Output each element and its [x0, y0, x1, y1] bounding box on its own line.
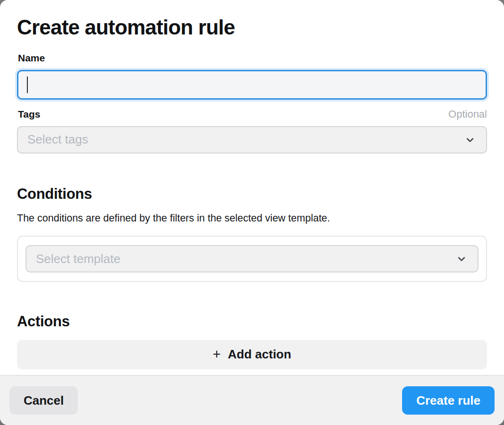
dialog-title: Create automation rule: [17, 16, 487, 39]
conditions-panel: Select template: [17, 236, 487, 282]
template-select[interactable]: Select template: [25, 245, 479, 272]
conditions-description: The conditions are defined by the filter…: [17, 212, 487, 225]
plus-icon: +: [213, 348, 221, 361]
chevron-down-icon: [463, 133, 477, 146]
name-input[interactable]: [17, 70, 487, 100]
dialog-body: Create automation rule Name Tags Optiona…: [0, 0, 504, 375]
name-input-wrap: [17, 70, 487, 100]
template-select-placeholder: Select template: [36, 252, 120, 266]
tags-label-row: Tags Optional: [17, 108, 487, 120]
cancel-button[interactable]: Cancel: [9, 386, 78, 415]
tags-select-placeholder: Select tags: [27, 132, 88, 147]
add-action-button[interactable]: + Add action: [17, 340, 487, 369]
add-action-label: Add action: [228, 347, 291, 362]
name-field-label: Name: [18, 52, 487, 64]
create-rule-button[interactable]: Create rule: [402, 386, 495, 415]
dialog-footer: Cancel Create rule: [0, 375, 504, 425]
actions-heading: Actions: [17, 313, 487, 330]
tags-field-label: Tags: [18, 108, 40, 120]
conditions-heading: Conditions: [17, 186, 487, 203]
create-automation-rule-dialog: Create automation rule Name Tags Optiona…: [0, 0, 504, 425]
tags-select[interactable]: Select tags: [17, 126, 487, 153]
chevron-down-icon: [455, 252, 468, 265]
tags-optional-badge: Optional: [448, 108, 487, 120]
text-caret: [27, 76, 28, 93]
